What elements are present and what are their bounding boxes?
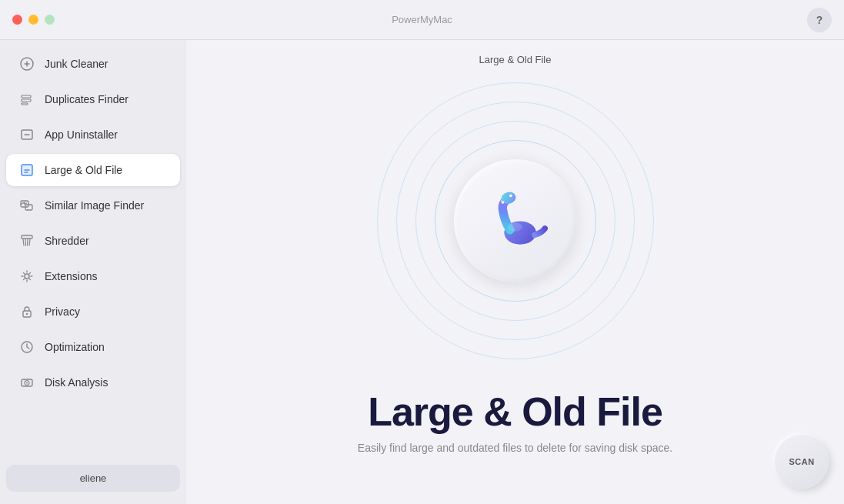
sidebar-item-junk-cleaner[interactable]: Junk Cleaner — [6, 48, 180, 80]
main-layout: Junk Cleaner Duplicates Finder App Unins… — [0, 40, 844, 504]
content-area: Large & Old File — [186, 40, 844, 504]
sidebar-item-label: Optimization — [45, 341, 105, 353]
user-button[interactable]: eliene — [6, 465, 180, 492]
optimization-icon — [18, 339, 35, 355]
titlebar: PowerMyMac ? — [0, 0, 844, 40]
scan-button[interactable]: SCAN — [775, 435, 829, 489]
maximize-button[interactable] — [45, 15, 55, 25]
extensions-icon — [18, 268, 35, 285]
svg-rect-3 — [22, 103, 28, 105]
app-title: PowerMyMac — [392, 14, 452, 25]
svg-rect-10 — [22, 235, 32, 239]
sidebar-item-label: App Uninstaller — [45, 129, 118, 141]
sidebar-item-similar-image-finder[interactable]: Similar Image Finder — [6, 189, 180, 222]
shredder-icon — [18, 232, 35, 249]
main-title: Large & Old File — [368, 390, 662, 434]
disk-analysis-icon — [18, 374, 35, 391]
sidebar: Junk Cleaner Duplicates Finder App Unins… — [0, 40, 186, 504]
svg-point-21 — [511, 195, 512, 196]
sidebar-item-app-uninstaller[interactable]: App Uninstaller — [6, 118, 180, 151]
sidebar-item-shredder[interactable]: Shredder — [6, 225, 180, 257]
svg-point-11 — [25, 274, 29, 279]
svg-point-13 — [26, 313, 28, 315]
help-button[interactable]: ? — [807, 8, 832, 32]
sidebar-item-extensions[interactable]: Extensions — [6, 260, 180, 292]
duplicates-finder-icon — [18, 91, 35, 108]
sidebar-item-label: Shredder — [45, 235, 89, 247]
sidebar-item-disk-analysis[interactable]: Disk Analysis — [6, 366, 180, 399]
svg-point-17 — [26, 382, 28, 384]
svg-rect-2 — [22, 99, 31, 102]
minimize-button[interactable] — [28, 15, 38, 25]
sidebar-bottom: eliene — [0, 459, 186, 498]
svg-rect-1 — [22, 95, 31, 98]
sidebar-item-privacy[interactable]: Privacy — [6, 295, 180, 328]
app-uninstaller-icon — [18, 126, 35, 143]
sidebar-item-optimization[interactable]: Optimization — [6, 331, 180, 363]
privacy-icon — [18, 303, 35, 320]
dino-icon — [481, 186, 550, 255]
circles-container — [369, 75, 662, 367]
similar-image-finder-icon — [18, 197, 35, 214]
sidebar-item-duplicates-finder[interactable]: Duplicates Finder — [6, 83, 180, 115]
sidebar-item-label: Privacy — [45, 305, 80, 318]
sidebar-item-label: Extensions — [45, 270, 97, 282]
main-subtitle: Easily find large and outdated files to … — [358, 442, 672, 454]
sidebar-item-label: Duplicates Finder — [45, 93, 128, 105]
svg-point-24 — [501, 200, 502, 202]
sidebar-item-label: Similar Image Finder — [45, 199, 144, 212]
page-header-title: Large & Old File — [479, 54, 552, 65]
traffic-lights — [12, 15, 55, 25]
svg-point-8 — [24, 202, 25, 204]
close-button[interactable] — [12, 15, 22, 25]
sidebar-item-large-old-file[interactable]: Large & Old File — [6, 154, 180, 186]
svg-point-22 — [508, 223, 522, 232]
sidebar-item-label: Large & Old File — [45, 164, 122, 176]
sidebar-item-label: Disk Analysis — [45, 376, 108, 389]
junk-cleaner-icon — [18, 55, 35, 72]
large-old-file-icon — [18, 162, 35, 179]
sidebar-item-label: Junk Cleaner — [45, 58, 108, 70]
